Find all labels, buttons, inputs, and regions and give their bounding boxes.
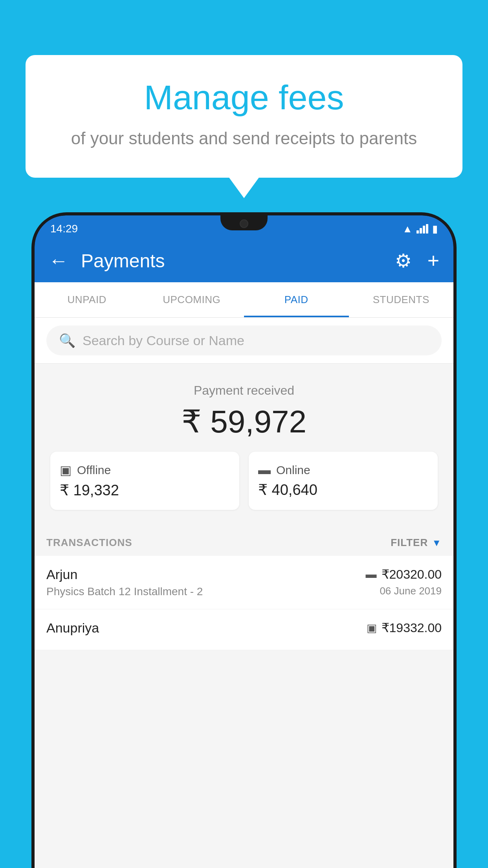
cash-payment-icon: ▣ [367,622,377,634]
search-input-placeholder[interactable]: Search by Course or Name [83,333,244,348]
online-payment-card: ▬ Online ₹ 40,640 [249,452,438,510]
payment-total-amount: ₹ 59,972 [46,403,442,440]
transactions-header: TRANSACTIONS FILTER ▼ [35,526,453,556]
phone-frame: 14:29 ▲ ▮ ← Payme [31,212,457,868]
status-time: 14:29 [50,223,78,235]
search-container: 🔍 Search by Course or Name [35,318,453,364]
transaction-amount: ₹20320.00 [382,567,442,582]
transaction-amount: ₹19332.00 [382,620,442,635]
wifi-icon: ▲ [402,223,413,235]
payment-cards: ▣ Offline ₹ 19,332 ▬ Online ₹ 40,640 [46,452,442,514]
transactions-label: TRANSACTIONS [46,537,132,549]
phone-inner: 14:29 ▲ ▮ ← Payme [35,215,453,868]
status-icons: ▲ ▮ [402,223,438,235]
offline-label: Offline [77,463,111,477]
app-title: Payments [81,250,385,272]
online-amount: ₹ 40,640 [258,481,317,498]
offline-amount: ₹ 19,332 [60,482,119,499]
tab-paid[interactable]: PAID [244,282,349,317]
phone-screen: 14:29 ▲ ▮ ← Payme [35,215,453,868]
transaction-left: Anupriya [46,620,367,639]
card-payment-icon: ▬ [366,568,377,581]
online-icon: ▬ [258,463,271,477]
transaction-course: Physics Batch 12 Installment - 2 [46,585,366,598]
transaction-date: 06 June 2019 [380,585,442,597]
tab-unpaid[interactable]: UNPAID [35,282,139,317]
offline-card-header: ▣ Offline [60,463,111,478]
transaction-right: ▬ ₹20320.00 06 June 2019 [366,567,442,597]
tab-students[interactable]: STUDENTS [349,282,454,317]
transaction-name: Anupriya [46,620,367,636]
search-icon: 🔍 [59,333,75,348]
payment-summary: Payment received ₹ 59,972 ▣ Offline ₹ 19… [35,364,453,526]
offline-icon: ▣ [60,463,72,478]
battery-icon: ▮ [432,223,438,235]
camera [240,219,248,228]
transaction-amount-row: ▬ ₹20320.00 [366,567,442,582]
offline-payment-card: ▣ Offline ₹ 19,332 [50,452,239,510]
table-row[interactable]: Arjun Physics Batch 12 Installment - 2 ▬… [35,556,453,609]
online-label: Online [276,463,310,477]
search-bar[interactable]: 🔍 Search by Course or Name [46,326,442,355]
filter-icon: ▼ [432,537,442,548]
tab-upcoming[interactable]: UPCOMING [139,282,244,317]
signal-icon [416,224,428,234]
speech-bubble: Manage fees of your students and send re… [26,55,462,178]
transaction-name: Arjun [46,567,366,582]
transaction-right: ▣ ₹19332.00 [367,620,442,635]
screen-content: 🔍 Search by Course or Name Payment recei… [35,318,453,868]
tabs-bar: UNPAID UPCOMING PAID STUDENTS [35,282,453,318]
transaction-left: Arjun Physics Batch 12 Installment - 2 [46,567,366,598]
speech-bubble-container: Manage fees of your students and send re… [26,55,462,178]
filter-label: FILTER [391,537,428,549]
add-button[interactable]: + [427,249,439,272]
transactions-list: Arjun Physics Batch 12 Installment - 2 ▬… [35,556,453,650]
back-button[interactable]: ← [49,251,68,270]
transaction-amount-row: ▣ ₹19332.00 [367,620,442,635]
table-row[interactable]: Anupriya ▣ ₹19332.00 [35,609,453,650]
filter-button[interactable]: FILTER ▼ [391,537,442,549]
bubble-subtitle: of your students and send receipts to pa… [57,126,431,151]
payment-received-label: Payment received [46,383,442,398]
online-card-header: ▬ Online [258,463,310,477]
app-bar: ← Payments ⚙ + [35,239,453,282]
bubble-title: Manage fees [57,79,431,117]
settings-icon[interactable]: ⚙ [395,250,412,272]
notch [220,215,268,230]
